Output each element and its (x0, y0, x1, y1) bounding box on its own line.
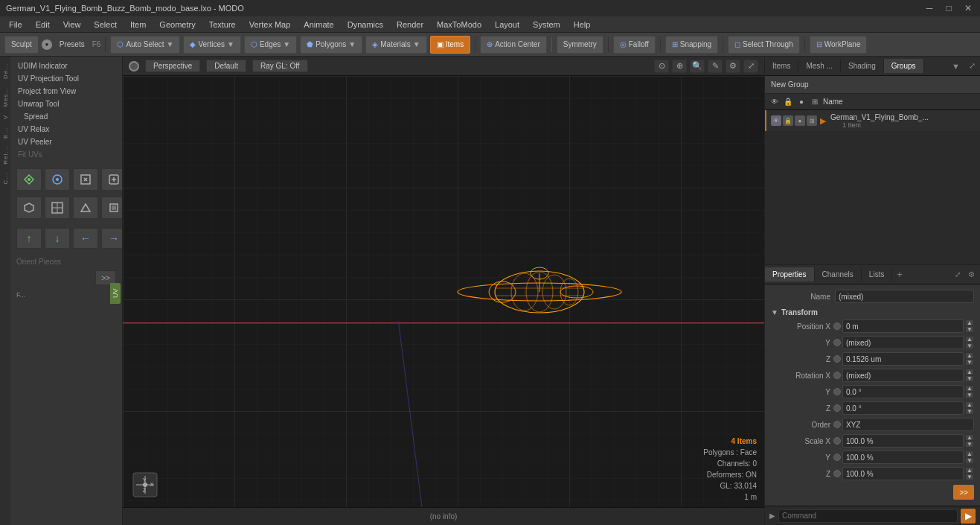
tool-uv-relax[interactable]: UV Relax (13, 123, 119, 136)
edges-button[interactable]: ⬡ Edges ▼ (244, 36, 297, 54)
materials-button[interactable]: ◈ Materials ▼ (365, 36, 426, 54)
prop-scale-y-input[interactable] (842, 451, 964, 464)
icon-btn-8[interactable] (101, 197, 122, 219)
prop-scale-z-up[interactable]: ▲ (965, 467, 974, 474)
prop-pos-z-down[interactable]: ▼ (965, 359, 974, 366)
rprop-tab-channels[interactable]: Channels (815, 267, 862, 281)
prop-order-select[interactable]: XYZ XZY YXZ YZX ZXY ZYX (842, 418, 974, 431)
prop-rot-z-input[interactable] (842, 401, 964, 415)
prop-pos-z-input[interactable] (842, 352, 964, 366)
rprop-icon-expand[interactable]: ⤢ (952, 269, 964, 281)
prop-pos-y-down[interactable]: ▼ (965, 343, 974, 349)
item-eye-icon[interactable]: 👁 (771, 115, 781, 126)
tab-shading[interactable]: Shading (841, 59, 884, 73)
maximize-btn[interactable]: □ (943, 3, 955, 13)
prop-rot-z-up[interactable]: ▲ (965, 401, 974, 408)
sculpt-button[interactable]: Sculpt (4, 36, 39, 54)
tab-groups[interactable]: Groups (884, 59, 924, 73)
prop-pos-y-up[interactable]: ▲ (965, 336, 974, 343)
tool-uv-projection[interactable]: UV Projection Tool (13, 72, 119, 85)
prop-rot-x-up[interactable]: ▲ (965, 369, 974, 375)
rprop-tab-properties[interactable]: Properties (765, 267, 815, 281)
prop-scale-y-up[interactable]: ▲ (965, 451, 974, 457)
snapping-button[interactable]: ⊞ Snapping (665, 36, 718, 54)
prop-rot-y-input[interactable] (842, 385, 964, 398)
symmetry-button[interactable]: Symmetry (557, 36, 603, 54)
menu-animate[interactable]: Animate (298, 19, 339, 31)
menu-render[interactable]: Render (391, 19, 429, 31)
tool-unwrap[interactable]: Unwrap Tool (13, 98, 119, 110)
prop-scale-z-down[interactable]: ▼ (965, 474, 974, 480)
prop-pos-y-input[interactable] (842, 336, 964, 349)
tool-project-view[interactable]: Project from View (13, 85, 119, 98)
select-through-button[interactable]: ◻ Select Through (728, 36, 800, 54)
workplane-button[interactable]: ⊟ WorkPlane (810, 36, 868, 54)
menu-file[interactable]: File (3, 19, 28, 31)
arrow-left-blue[interactable]: ← (73, 228, 98, 249)
vp-icon-5[interactable]: ⚙ (726, 60, 740, 73)
prop-pos-z-up[interactable]: ▲ (965, 352, 974, 359)
auto-select-button[interactable]: ⬡ Auto Select ▼ (110, 36, 180, 54)
prop-scale-z-dot[interactable] (833, 470, 841, 477)
prop-name-input[interactable] (835, 290, 974, 303)
side-tab-mes[interactable]: Mes... (1, 83, 10, 110)
prop-rot-x-down[interactable]: ▼ (965, 375, 974, 382)
icon-btn-1[interactable] (16, 168, 42, 191)
arrow-down-green[interactable]: ↓ (45, 228, 70, 249)
menu-texture[interactable]: Texture (203, 19, 242, 31)
arrow-right-blue[interactable]: → (101, 228, 122, 249)
action-center-button[interactable]: ⊕ Action Center (480, 36, 547, 54)
prop-pos-x-up[interactable]: ▲ (965, 319, 974, 326)
prop-pos-x-dot[interactable] (833, 322, 841, 330)
tab-items[interactable]: Items (765, 59, 798, 73)
menu-system[interactable]: System (527, 19, 566, 31)
items-button[interactable]: ▣ Items (430, 36, 470, 54)
side-tab-c[interactable]: C... (1, 169, 10, 187)
menu-item[interactable]: Item (124, 19, 152, 31)
prop-scale-y-down[interactable]: ▼ (965, 457, 974, 464)
prop-pos-y-dot[interactable] (833, 339, 841, 346)
prop-rot-z-dot[interactable] (833, 404, 841, 412)
icon-btn-4[interactable] (101, 168, 122, 191)
prop-pos-x-down[interactable]: ▼ (965, 326, 974, 333)
menu-maxtomodo[interactable]: MaxToModo (431, 19, 487, 31)
props-more-button[interactable]: >> (953, 485, 974, 500)
prop-rot-z-down[interactable]: ▼ (965, 408, 974, 415)
uv-vertical-tab[interactable]: UV (110, 283, 121, 304)
tab-mesh[interactable]: Mesh ... (798, 59, 841, 73)
menu-geometry[interactable]: Geometry (153, 19, 201, 31)
transform-arrow[interactable]: ▼ (771, 308, 778, 316)
prop-scale-x-input[interactable] (842, 434, 964, 448)
icon-btn-6[interactable] (45, 197, 70, 219)
default-button[interactable]: Default (206, 60, 246, 72)
prop-pos-x-input[interactable] (842, 319, 964, 333)
side-tab-e[interactable]: E... (1, 124, 10, 141)
menu-layout[interactable]: Layout (489, 19, 525, 31)
polygons-button[interactable]: ⬟ Polygons ▼ (300, 36, 362, 54)
vertices-button[interactable]: ◆ Vertices ▼ (183, 36, 240, 54)
icon-btn-7[interactable] (73, 197, 98, 219)
vp-expand[interactable]: ⤢ (743, 60, 758, 73)
menu-select[interactable]: Select (88, 19, 123, 31)
prop-pos-z-dot[interactable] (833, 355, 841, 363)
tool-udim[interactable]: UDIM Indicator (13, 60, 119, 72)
prop-rot-y-up[interactable]: ▲ (965, 385, 974, 392)
tab-expand[interactable]: ⤢ (964, 58, 980, 74)
ray-gl-button[interactable]: Ray GL: Off (252, 60, 308, 72)
vp-icon-4[interactable]: ✎ (708, 60, 723, 73)
vp-icon-2[interactable]: ⊕ (672, 60, 687, 73)
item-row-group[interactable]: 👁 🔒 ● ⊞ ▶ German_V1_Flying_Bomb_... 1 It… (765, 110, 980, 131)
side-tab-v[interactable]: V (1, 112, 10, 122)
menu-dynamics[interactable]: Dynamics (342, 19, 389, 31)
rprop-add[interactable]: + (892, 267, 906, 283)
tool-spread[interactable]: Spread (13, 110, 119, 123)
arrow-up-green[interactable]: ↑ (16, 228, 42, 249)
vp-icon-3[interactable]: 🔍 (690, 60, 705, 73)
prop-rot-y-down[interactable]: ▼ (965, 392, 974, 398)
menu-view[interactable]: View (57, 19, 87, 31)
side-tab-de[interactable]: De... (1, 60, 10, 82)
falloff-button[interactable]: ◎ Falloff (613, 36, 656, 54)
menu-help[interactable]: Help (568, 19, 597, 31)
command-input[interactable] (778, 509, 958, 523)
rprop-icon-gear[interactable]: ⚙ (965, 269, 977, 281)
